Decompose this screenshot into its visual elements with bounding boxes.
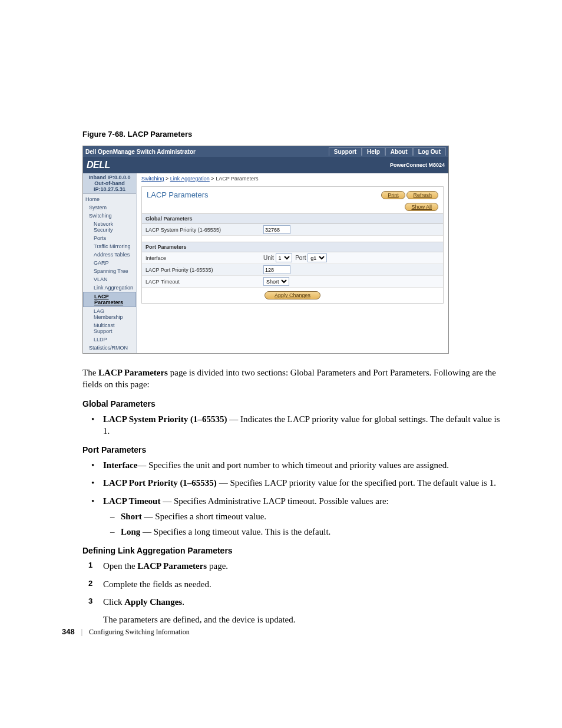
- panel-title: LACP Parameters: [147, 190, 209, 199]
- unit-label: Unit: [263, 255, 274, 261]
- nav-stp[interactable]: Spanning Tree: [83, 267, 136, 275]
- bc-switching[interactable]: Switching: [141, 176, 164, 182]
- timeout-label: LACP Timeout: [146, 279, 263, 285]
- window-titlebar: Dell OpenManage Switch Administrator Sup…: [83, 146, 448, 157]
- step-2: Complete the fields as needed.: [82, 578, 500, 590]
- apply-button[interactable]: Apply Changes: [265, 291, 320, 299]
- nav-vlan[interactable]: VLAN: [83, 275, 136, 284]
- port-label: Port: [295, 255, 306, 261]
- model-label: PowerConnect M8024: [390, 162, 445, 168]
- pp-item-3: LACP Timeout — Specifies Administrative …: [82, 495, 500, 538]
- port-priority-input[interactable]: [263, 265, 290, 274]
- bc-current: LACP Parameters: [216, 176, 258, 182]
- figure-caption: Figure 7-68. LACP Parameters: [82, 130, 500, 139]
- nav-lacp[interactable]: LACP Parameters: [83, 292, 136, 307]
- port-priority-label: LACP Port Priority (1-65535): [146, 267, 263, 273]
- defining-heading: Defining Link Aggregation Parameters: [82, 546, 500, 555]
- tab-logout[interactable]: Log Out: [413, 147, 446, 156]
- nav-addr[interactable]: Address Tables: [83, 251, 136, 259]
- nav-multicast[interactable]: Multicast Support: [83, 321, 136, 335]
- nav-system[interactable]: System: [83, 203, 136, 212]
- system-priority-label: LACP System Priority (1-65535): [146, 227, 263, 233]
- screenshot: Dell OpenManage Switch Administrator Sup…: [82, 146, 449, 354]
- unit-select[interactable]: 1: [276, 253, 292, 262]
- nav-tree: Home System Switching Network Security P…: [83, 194, 136, 353]
- refresh-button[interactable]: Refresh: [406, 191, 438, 199]
- intro-para: The LACP Parameters page is divided into…: [82, 367, 500, 391]
- ip-box: Inband IP:0.0.0.0 Out-of-band IP:10.27.5…: [83, 173, 136, 194]
- bc-linkagg[interactable]: Link Aggregation: [170, 176, 210, 182]
- footer-title: Configuring Switching Information: [89, 628, 190, 636]
- nav-ports[interactable]: Ports: [83, 234, 136, 242]
- port-select[interactable]: g1: [308, 253, 327, 262]
- nav-lldp[interactable]: LLDP: [83, 335, 136, 344]
- nav-netsec[interactable]: Network Security: [83, 220, 136, 234]
- nav-garp[interactable]: GARP: [83, 259, 136, 267]
- content-area: Switching > Link Aggregation > LACP Para…: [137, 173, 448, 353]
- global-params-heading: Global Parameters: [82, 399, 500, 409]
- print-button[interactable]: Print: [381, 191, 405, 199]
- interface-label: Interface: [146, 255, 263, 261]
- system-priority-input[interactable]: [263, 225, 290, 234]
- tab-support[interactable]: Support: [329, 147, 362, 156]
- global-params-header: Global Parameters: [142, 213, 443, 224]
- inband-ip: Inband IP:0.0.0.0: [84, 174, 135, 180]
- dell-logo: DELL: [87, 160, 110, 170]
- tab-help[interactable]: Help: [362, 147, 385, 156]
- pp-item-1: Interface— Specifies the unit and port n…: [82, 459, 500, 471]
- step-1: Open the LACP Parameters page.: [82, 560, 500, 572]
- nav-home[interactable]: Home: [83, 195, 136, 203]
- timeout-select[interactable]: Short: [263, 277, 289, 286]
- panel: LACP Parameters Print Refresh Show All G…: [141, 186, 444, 304]
- nav-switching[interactable]: Switching: [83, 212, 136, 220]
- step-3-result: The parameters are defined, and the devi…: [103, 614, 500, 625]
- gp-item-1: LACP System Priority (1–65535) — Indicat…: [82, 413, 500, 437]
- step-3: Click Apply Changes. The parameters are …: [82, 596, 500, 626]
- header-tabs: Support Help About Log Out: [329, 147, 446, 156]
- nav-mirror[interactable]: Traffic Mirroring: [83, 242, 136, 251]
- oob-ip: Out-of-band IP:10.27.5.31: [84, 180, 135, 192]
- tab-about[interactable]: About: [385, 147, 413, 156]
- pp-item-2: LACP Port Priority (1–65535) — Specifies…: [82, 477, 500, 489]
- port-params-heading: Port Parameters: [82, 445, 500, 454]
- nav-linkagg[interactable]: Link Aggregation: [83, 284, 136, 292]
- page-number: 348: [62, 627, 75, 636]
- sidebar: Inband IP:0.0.0.0 Out-of-band IP:10.27.5…: [83, 173, 137, 353]
- logo-bar: DELL PowerConnect M8024: [83, 157, 448, 173]
- breadcrumb: Switching > Link Aggregation > LACP Para…: [141, 176, 444, 182]
- page-footer: 348 | Configuring Switching Information: [62, 627, 190, 637]
- showall-button[interactable]: Show All: [405, 203, 438, 211]
- nav-stats[interactable]: Statistics/RMON: [83, 344, 136, 352]
- pp-sub-long: Long — Specifies a long timeout value. T…: [103, 526, 500, 538]
- pp-sub-short: Short — Specifies a short timeout value.: [103, 510, 500, 522]
- window-title: Dell OpenManage Switch Administrator: [85, 149, 196, 155]
- port-params-header: Port Parameters: [142, 242, 443, 252]
- nav-lagmem[interactable]: LAG Membership: [83, 307, 136, 321]
